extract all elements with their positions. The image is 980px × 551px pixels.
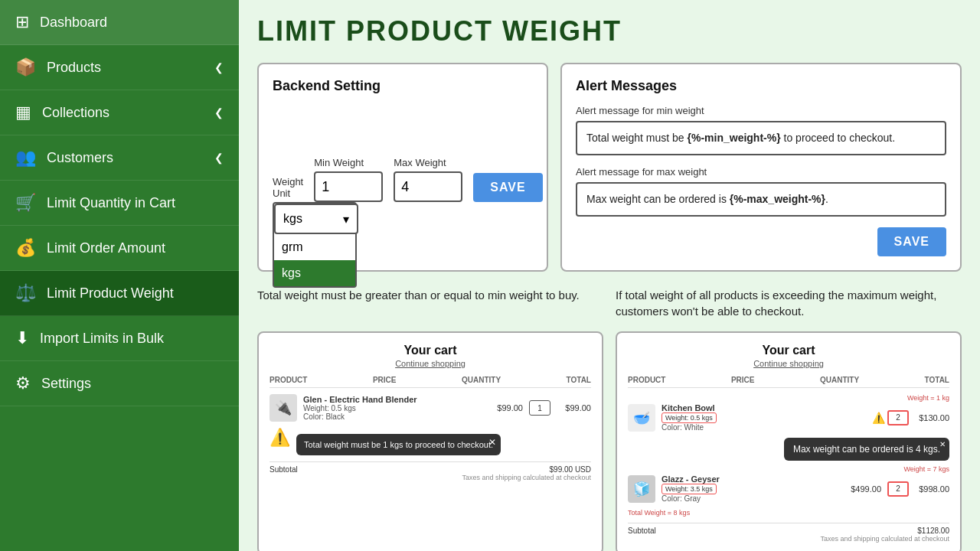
warning-icon: ⚠️ bbox=[270, 428, 290, 448]
cart-min-header: PRODUCT PRICE QUANTITY TOTAL bbox=[270, 376, 591, 388]
warning-close-icon[interactable]: ✕ bbox=[939, 440, 946, 448]
sidebar-item-label: Limit Quantity in Cart bbox=[47, 195, 175, 211]
sidebar-item-label: Import Limits in Bulk bbox=[40, 331, 164, 347]
max-description: If total weight of all products is excee… bbox=[616, 287, 962, 319]
dropdown-option-grm[interactable]: grm bbox=[274, 234, 355, 260]
max-weight-warning: ✕ Max weight can be ordered is 4 kgs. bbox=[784, 438, 949, 461]
weight-unit-dropdown[interactable]: kgs ▾ grm kgs bbox=[273, 202, 357, 288]
product-color: Color: White bbox=[662, 423, 825, 432]
product-image: 🥣 bbox=[628, 404, 655, 432]
item2-weight-label: Weight = 7 kgs bbox=[628, 465, 949, 473]
product-qty: 2 bbox=[887, 410, 909, 425]
max-alert-message[interactable]: Max weight can be ordered is {%-max_weig… bbox=[576, 182, 946, 217]
col-price: PRICE bbox=[731, 376, 755, 384]
col-product: PRODUCT bbox=[270, 376, 307, 384]
sidebar-item-settings[interactable]: ⚙ Settings bbox=[0, 361, 239, 406]
chevron-icon: ❮ bbox=[214, 106, 224, 119]
main-content: LIMIT PRODUCT WEIGHT Backend Setting Wei… bbox=[239, 0, 980, 551]
min-weight-input[interactable] bbox=[314, 171, 383, 202]
cart-item-geyser: 🧊 Glazz - Geyser Weight: 3.5 kgs Color: … bbox=[628, 474, 949, 503]
dropdown-option-kgs[interactable]: kgs bbox=[274, 260, 355, 286]
cart-max-subtitle: Continue shopping bbox=[628, 359, 949, 368]
col-quantity: QUANTITY bbox=[462, 376, 501, 384]
backend-save-button[interactable]: SAVE bbox=[473, 173, 542, 202]
min-alert-message[interactable]: Total weight must be {%-min_weight-%} to… bbox=[576, 121, 946, 155]
subtotal-value: $1128.00 bbox=[917, 527, 949, 535]
max-alert-label: Alert message for max weight bbox=[576, 166, 946, 178]
sidebar-item-import-limits[interactable]: ⬇ Import Limits in Bulk bbox=[0, 316, 239, 361]
backend-setting-title: Backend Setting bbox=[273, 78, 533, 94]
col-total: TOTAL bbox=[925, 376, 949, 384]
max-msg-suffix: . bbox=[825, 193, 828, 205]
warning-text: Total weight must be 1 kgs to proceed to… bbox=[304, 440, 493, 449]
subtotal-label: Subtotal bbox=[628, 527, 656, 535]
sidebar-item-limit-weight[interactable]: ⚖️ Limit Product Weight bbox=[0, 271, 239, 316]
customers-icon: 👥 bbox=[15, 148, 36, 168]
selected-value: kgs bbox=[283, 212, 302, 226]
sidebar-item-label: Products bbox=[47, 60, 101, 76]
backend-setting-card: Backend Setting Weight Unit kgs ▾ grm kg… bbox=[257, 63, 548, 272]
sidebar-item-label: Dashboard bbox=[40, 15, 107, 31]
max-weight-input[interactable] bbox=[394, 171, 462, 202]
product-name: Kitchen Bowl bbox=[662, 403, 825, 412]
subtotal-value: $99.00 USD bbox=[550, 465, 591, 474]
min-description: Total weight must be greater than or equ… bbox=[257, 287, 603, 319]
cart-min-title: Your cart bbox=[270, 344, 591, 357]
warning-icon: ⚠️ bbox=[872, 412, 885, 424]
sidebar-item-label: Collections bbox=[42, 105, 109, 121]
col-quantity: QUANTITY bbox=[820, 376, 859, 384]
chevron-icon: ❮ bbox=[214, 152, 224, 164]
product-price: $99.00 bbox=[488, 403, 523, 412]
limit-qty-icon: 🛒 bbox=[15, 193, 36, 213]
total-weight-label: Total Weight = 8 kgs bbox=[628, 509, 949, 517]
product-total: $99.00 bbox=[557, 403, 591, 412]
min-msg-var: {%-min_weight-%} bbox=[688, 132, 781, 144]
limit-weight-icon: ⚖️ bbox=[15, 283, 36, 303]
product-qty: 1 bbox=[529, 400, 550, 416]
cart-min-subtitle: Continue shopping bbox=[270, 359, 591, 368]
weight-badge: Weight: 0.5 kgs bbox=[662, 412, 717, 423]
min-msg-suffix: to proceed to checkout. bbox=[781, 132, 895, 144]
sidebar-item-limit-quantity[interactable]: 🛒 Limit Quantity in Cart bbox=[0, 181, 239, 226]
product-color: Color: Gray bbox=[662, 494, 841, 503]
product-name: Glazz - Geyser bbox=[662, 474, 841, 484]
sidebar-item-customers[interactable]: 👥 Customers ❮ bbox=[0, 135, 239, 181]
sidebar: ⊞ Dashboard 📦 Products ❮ ▦ Collections ❮… bbox=[0, 0, 239, 551]
product-info: Kitchen Bowl Weight: 0.5 kgs Color: Whit… bbox=[662, 403, 825, 432]
product-image: 🔌 bbox=[270, 394, 297, 422]
sidebar-item-limit-order[interactable]: 💰 Limit Order Amount bbox=[0, 226, 239, 271]
min-weight-label: Min Weight bbox=[314, 157, 383, 168]
alert-save-button[interactable]: SAVE bbox=[877, 227, 946, 256]
weight-unit-label: Weight Unit bbox=[273, 176, 303, 199]
settings-icon: ⚙ bbox=[15, 373, 31, 393]
max-weight-label: Max Weight bbox=[394, 157, 462, 168]
dropdown-chevron-icon: ▾ bbox=[343, 212, 349, 227]
alert-messages-title: Alert Messages bbox=[576, 78, 946, 94]
limit-order-icon: 💰 bbox=[15, 238, 36, 258]
col-product: PRODUCT bbox=[628, 376, 665, 384]
product-weight: Weight: 0.5 kgs bbox=[303, 404, 482, 412]
sidebar-item-label: Limit Order Amount bbox=[47, 240, 165, 256]
cart-subtotal: Subtotal $1128.00 bbox=[628, 523, 949, 535]
subtotal-label: Subtotal bbox=[270, 465, 298, 474]
import-icon: ⬇ bbox=[15, 328, 29, 348]
alert-messages-card: Alert Messages Alert message for min wei… bbox=[560, 63, 962, 272]
product-info: Glen - Electric Hand Blender Weight: 0.5… bbox=[303, 395, 482, 421]
sidebar-item-dashboard[interactable]: ⊞ Dashboard bbox=[0, 0, 239, 45]
warning-close-icon[interactable]: ✕ bbox=[488, 437, 496, 448]
dashboard-icon: ⊞ bbox=[15, 12, 29, 32]
min-alert-label: Alert message for min weight bbox=[576, 105, 946, 116]
col-price: PRICE bbox=[373, 376, 397, 384]
product-color: Color: Black bbox=[303, 412, 482, 421]
cart-subtotal: Subtotal $99.00 USD bbox=[270, 461, 591, 474]
cart-item: 🔌 Glen - Electric Hand Blender Weight: 0… bbox=[270, 394, 591, 422]
sidebar-item-collections[interactable]: ▦ Collections ❮ bbox=[0, 90, 239, 135]
sidebar-item-label: Settings bbox=[41, 376, 91, 392]
sidebar-item-label: Limit Product Weight bbox=[47, 285, 174, 302]
sidebar-item-products[interactable]: 📦 Products ❮ bbox=[0, 45, 239, 90]
weight-unit-selected[interactable]: kgs ▾ bbox=[274, 204, 358, 234]
item1-weight-label: Weight = 1 kg bbox=[628, 394, 949, 402]
products-icon: 📦 bbox=[15, 57, 36, 77]
cart-preview-min: Your cart Continue shopping PRODUCT PRIC… bbox=[257, 331, 603, 551]
cart-max-header: PRODUCT PRICE QUANTITY TOTAL bbox=[628, 376, 949, 388]
